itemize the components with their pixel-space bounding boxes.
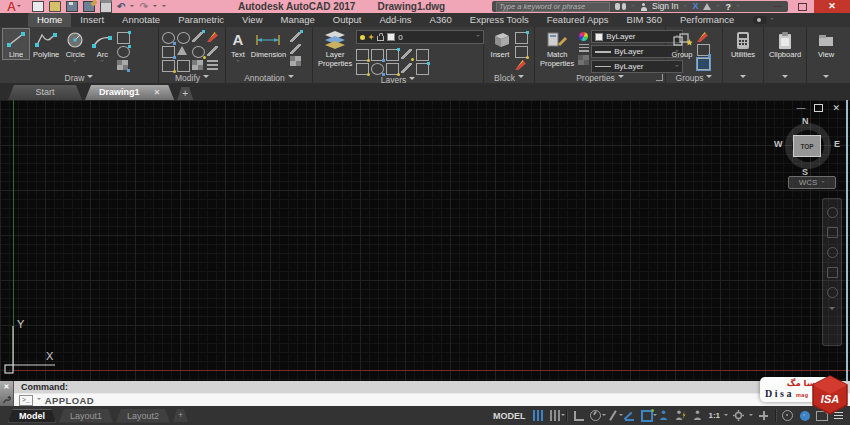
rotate-tool-icon[interactable] [177, 32, 190, 44]
lineweight-list-icon[interactable] [579, 44, 589, 52]
wcs-dropdown[interactable]: WCS [788, 176, 836, 189]
polyline-tool-button[interactable]: Polyline [31, 29, 61, 59]
annotation-autoscale-icon[interactable] [674, 409, 687, 422]
layer-unisolate-icon[interactable] [371, 63, 384, 75]
object-snap-tracking-icon[interactable] [623, 409, 636, 422]
panel-label-utilities[interactable] [723, 72, 763, 83]
open-icon[interactable] [49, 1, 61, 12]
zoom-extents-icon[interactable] [827, 247, 838, 258]
close-button[interactable]: ✕ [814, 0, 850, 13]
panel-label-draw[interactable]: Draw [0, 72, 158, 83]
edit-block-icon[interactable] [515, 46, 528, 58]
signin-dropdown-icon[interactable] [683, 5, 687, 9]
match-properties-button[interactable]: MatchProperties [538, 29, 576, 68]
viewcube-north[interactable]: N [802, 116, 809, 126]
circle-tool-button[interactable]: Circle [63, 29, 87, 64]
layer-prev-icon[interactable] [416, 63, 429, 75]
viewport-minimize-icon[interactable]: — [796, 103, 805, 113]
tab-performance[interactable]: Performance [671, 13, 743, 27]
multileader-tool-icon[interactable] [290, 44, 301, 54]
tab-express-tools[interactable]: Express Tools [461, 13, 538, 27]
panel-label-block[interactable]: Block [484, 72, 534, 83]
stretch-tool-icon[interactable] [162, 60, 175, 72]
panel-label-view[interactable] [807, 72, 845, 83]
isometric-drafting-icon[interactable] [606, 409, 619, 422]
plot-icon[interactable] [100, 0, 112, 13]
viewport-close-icon[interactable]: ✕ [832, 103, 840, 113]
layer-make-current-icon[interactable] [416, 49, 429, 61]
layer-dropdown[interactable]: 0 [356, 30, 484, 44]
recent-commands-icon[interactable] [37, 398, 41, 402]
minimize-button[interactable]: — [766, 0, 790, 13]
trim-tool-icon[interactable] [192, 32, 203, 42]
file-tab-start[interactable]: Start [8, 85, 82, 100]
edit-attributes-icon[interactable] [515, 60, 526, 70]
command-input-line[interactable]: >_ APPLOAD [14, 394, 850, 406]
panel-utilities[interactable]: Utilities [723, 27, 764, 83]
layer-properties-button[interactable]: LayerProperties [316, 29, 354, 68]
tab-home[interactable]: Home [28, 13, 71, 27]
copy-tool-icon[interactable] [162, 46, 175, 58]
scale-tool-icon[interactable] [177, 60, 190, 72]
layer-lock-icon[interactable] [386, 49, 399, 61]
redo-icon[interactable]: ↷ [139, 2, 147, 12]
layout-tab-model[interactable]: Model [8, 409, 56, 423]
tab-annotate[interactable]: Annotate [113, 13, 169, 27]
model-space-button[interactable]: MODEL [493, 411, 526, 421]
annotation-scale-dropdown-icon[interactable] [724, 414, 728, 418]
new-drawing-icon[interactable] [32, 1, 44, 12]
color-wheel-icon[interactable] [579, 32, 588, 41]
utilities-button[interactable]: Utilities [729, 29, 757, 59]
view-button[interactable]: View [815, 29, 837, 59]
help-dropdown-icon[interactable] [736, 5, 740, 9]
save-as-icon[interactable] [83, 1, 95, 12]
search-dropdown-icon[interactable] [631, 5, 635, 9]
layer-isolate-icon[interactable] [356, 49, 369, 61]
signin-button[interactable]: Sign In [652, 1, 678, 12]
tab-parametric[interactable]: Parametric [169, 13, 233, 27]
dimension-tool-button[interactable]: Dimension [249, 29, 288, 59]
panel-view[interactable]: View [807, 27, 845, 83]
showmotion-icon[interactable] [827, 287, 838, 298]
ungroup-icon[interactable] [697, 32, 708, 42]
annotation-visibility-icon[interactable] [657, 409, 670, 422]
panel-label-clipboard[interactable] [764, 72, 806, 83]
object-snap-icon[interactable] [640, 409, 653, 422]
layout-tab-layout2[interactable]: Layout2 [116, 409, 170, 423]
group-edit-icon[interactable] [697, 44, 710, 56]
move-tool-icon[interactable] [162, 32, 175, 44]
command-line[interactable]: Command: >_ APPLOAD [14, 381, 850, 406]
insert-block-button[interactable]: Insert [487, 29, 513, 59]
viewcube-east[interactable]: E [834, 139, 840, 149]
transparency-icon[interactable] [578, 55, 589, 65]
command-line-grip[interactable]: ✕ [0, 381, 14, 406]
panel-label-annotation[interactable]: Annotation [226, 72, 312, 83]
workspace-gear-icon[interactable] [732, 409, 745, 422]
tab-featured-apps[interactable]: Featured Apps [538, 13, 618, 27]
group-selection-toggle-icon[interactable] [697, 58, 710, 70]
pan-icon[interactable] [827, 227, 838, 238]
rectangle-tool-icon[interactable] [117, 32, 130, 44]
command-close-icon[interactable]: ✕ [4, 383, 10, 390]
create-block-icon[interactable] [515, 32, 528, 44]
application-menu-button[interactable]: A [2, 0, 26, 13]
table-tool-icon[interactable] [290, 56, 301, 66]
orbit-icon[interactable] [827, 267, 838, 278]
command-input-value[interactable]: APPLOAD [45, 395, 94, 406]
save-icon[interactable] [66, 1, 78, 12]
grid-display-icon[interactable] [531, 409, 544, 422]
fillet-tool-icon[interactable] [192, 46, 205, 58]
layout-tab-layout1[interactable]: Layout1 [59, 409, 113, 423]
mirror-tool-icon[interactable] [177, 46, 187, 55]
ellipse-tool-icon[interactable] [117, 46, 130, 58]
tab-output[interactable]: Output [324, 13, 371, 27]
tab-manage[interactable]: Manage [272, 13, 324, 27]
wrench-icon[interactable] [2, 395, 11, 404]
snap-mode-icon[interactable] [548, 409, 561, 422]
crosshair-plus-icon[interactable] [757, 409, 770, 422]
clipboard-button[interactable]: Clipboard [767, 29, 803, 59]
viewcube-west[interactable]: W [774, 139, 783, 149]
exchange-apps-icon[interactable]: X [692, 1, 698, 12]
redo-dropdown-icon[interactable] [153, 5, 157, 9]
undo-dropdown-icon[interactable] [130, 5, 134, 9]
